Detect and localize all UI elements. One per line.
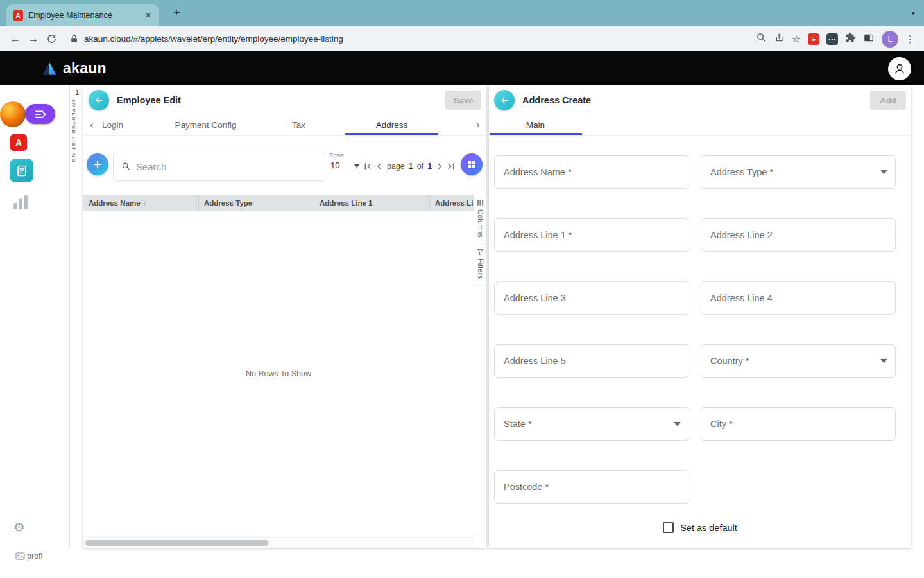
address-create-tabs: Main xyxy=(489,115,911,136)
city-field[interactable]: City * xyxy=(701,407,896,441)
url-text: akaun.cloud/#/applets/wavelet/erp/entity… xyxy=(84,34,343,44)
address-bar[interactable]: akaun.cloud/#/applets/wavelet/erp/entity… xyxy=(65,30,751,49)
grid-icon xyxy=(466,159,477,170)
column-header-address-type[interactable]: Address Type xyxy=(199,195,314,211)
columns-tool-label: Columns xyxy=(477,209,484,238)
tab-address[interactable]: Address xyxy=(345,115,438,135)
pdf-applet-icon[interactable]: A xyxy=(10,134,27,151)
applet-tab-badge: 1 xyxy=(71,89,83,96)
panel-title: Address Create xyxy=(522,95,591,105)
arrow-back-icon xyxy=(499,95,509,105)
analytics-icon[interactable] xyxy=(12,195,29,213)
sort-desc-icon: ↓ xyxy=(143,199,146,206)
tab-close-icon[interactable]: ✕ xyxy=(142,10,154,21)
tabs-scroll-left-icon[interactable] xyxy=(83,115,100,135)
side-panel-icon[interactable] xyxy=(863,32,875,46)
address-line-5-field[interactable]: Address Line 5 xyxy=(494,344,689,378)
person-icon xyxy=(893,62,907,76)
table-header: Address Name ↓ Address Type Address Line… xyxy=(83,195,474,211)
tab-payment-config[interactable]: Payment Config xyxy=(159,115,252,135)
columns-tool-button[interactable]: Columns xyxy=(474,195,486,244)
scrollbar-thumb[interactable] xyxy=(85,540,268,546)
new-tab-button[interactable]: + xyxy=(168,4,185,21)
forward-icon[interactable]: → xyxy=(24,30,42,48)
column-header-address-line-2[interactable]: Address Li xyxy=(430,195,474,211)
add-address-button[interactable] xyxy=(87,153,108,175)
chevron-down-icon xyxy=(354,164,360,168)
tab-tax[interactable]: Tax xyxy=(252,115,345,135)
tabs-scroll-right-icon[interactable] xyxy=(470,115,486,135)
column-header-address-name[interactable]: Address Name ↓ xyxy=(83,195,199,211)
prev-page-icon[interactable] xyxy=(373,161,385,172)
address-line-2-field[interactable]: Address Line 2 xyxy=(701,218,896,252)
search-icon xyxy=(121,161,131,171)
horizontal-scrollbar[interactable] xyxy=(83,537,474,548)
page-current: 1 xyxy=(409,162,413,171)
address-list-toolbar: Rows 10 page 1 of 1 xyxy=(83,147,486,187)
set-default-checkbox[interactable] xyxy=(663,522,674,533)
browser-toolbar: ← → akaun.cloud/#/applets/wavelet/erp/en… xyxy=(0,26,924,51)
share-icon[interactable] xyxy=(774,32,785,46)
arrow-back-icon xyxy=(94,95,104,105)
save-button[interactable]: Save xyxy=(445,91,481,110)
next-page-icon[interactable] xyxy=(434,161,445,172)
address-name-field[interactable]: Address Name * xyxy=(494,155,689,189)
employee-edit-header: Employee Edit Save xyxy=(83,85,486,115)
browser-tab[interactable]: A Employee Maintenance ✕ xyxy=(6,4,159,26)
state-select[interactable]: State * xyxy=(494,407,689,441)
address-line-3-field[interactable]: Address Line 3 xyxy=(494,281,689,315)
back-button[interactable] xyxy=(494,90,515,110)
app-header: akaun xyxy=(0,51,924,85)
tab-main[interactable]: Main xyxy=(489,115,582,135)
country-select[interactable]: Country * xyxy=(701,344,896,378)
rows-value: 10 xyxy=(330,161,339,170)
applet-tab-employee-listing[interactable]: 1 EMPLOYEE LISTING xyxy=(71,89,83,163)
menu-open-icon xyxy=(34,109,47,120)
page-total: 1 xyxy=(427,162,432,171)
drawer-toggle-button[interactable] xyxy=(25,104,55,124)
tab-search-chevron-icon[interactable]: ▾ xyxy=(911,8,915,17)
filters-icon xyxy=(477,249,484,256)
address-create-panel: Address Create Add Main Address Name * A… xyxy=(489,85,911,548)
chevron-down-icon xyxy=(674,422,681,426)
address-form: Address Name * Address Type * Address Li… xyxy=(494,155,896,504)
column-header-address-line-1[interactable]: Address Line 1 xyxy=(314,195,430,211)
browser-menu-icon[interactable]: ⋮ xyxy=(905,33,915,45)
postcode-field[interactable]: Postcode * xyxy=(494,470,689,504)
address-type-select[interactable]: Address Type * xyxy=(701,155,896,189)
back-button[interactable] xyxy=(89,90,109,110)
rows-caption: Rows xyxy=(329,152,360,159)
reload-icon[interactable] xyxy=(42,30,60,48)
of-word: of xyxy=(417,162,424,171)
add-button[interactable]: Add xyxy=(870,91,906,110)
first-page-icon[interactable] xyxy=(362,161,373,172)
document-applet-icon[interactable] xyxy=(10,159,33,182)
settings-gear-icon[interactable]: ⚙ xyxy=(13,520,25,535)
extensions-puzzle-icon[interactable] xyxy=(845,32,856,46)
search-field[interactable] xyxy=(113,152,327,181)
browser-tabstrip: A Employee Maintenance ✕ + ▾ xyxy=(0,0,924,26)
extension-icon-dark[interactable]: ⋯ xyxy=(826,33,838,45)
search-input[interactable] xyxy=(136,161,319,172)
zoom-icon[interactable] xyxy=(756,32,767,46)
back-icon[interactable]: ← xyxy=(6,30,24,48)
account-avatar[interactable] xyxy=(888,57,911,80)
browser-actions: ☆ » ⋯ L ⋮ xyxy=(756,31,918,48)
bookmark-star-icon[interactable]: ☆ xyxy=(792,33,801,45)
address-line-4-field[interactable]: Address Line 4 xyxy=(701,281,896,315)
broken-image-alt-text: profi xyxy=(27,552,42,561)
panel-title: Employee Edit xyxy=(117,95,181,105)
columns-icon xyxy=(477,199,484,206)
user-avatar[interactable] xyxy=(0,101,26,127)
extension-icon-red[interactable]: » xyxy=(808,33,819,45)
last-page-icon[interactable] xyxy=(445,161,457,172)
browser-profile-avatar[interactable]: L xyxy=(882,31,898,48)
table-body: No Rows To Show xyxy=(83,211,474,537)
address-line-1-field[interactable]: Address Line 1 * xyxy=(494,218,689,252)
active-tab-underline xyxy=(490,133,582,135)
grid-view-button[interactable] xyxy=(461,153,483,175)
active-tab-underline xyxy=(345,133,438,135)
profile-broken-image: profi xyxy=(15,552,42,561)
rows-per-page-select[interactable]: Rows 10 xyxy=(329,152,360,173)
filters-tool-button[interactable]: Filters xyxy=(474,244,486,285)
